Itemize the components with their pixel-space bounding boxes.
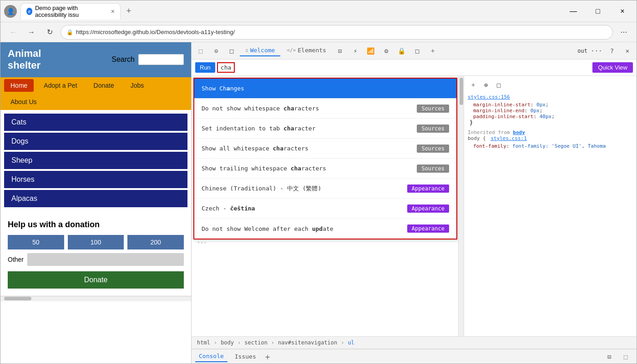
donate-button[interactable]: Donate	[8, 271, 184, 289]
sources-badge: Sources	[417, 125, 449, 133]
console-tab[interactable]: Console	[195, 351, 228, 362]
maximize-button[interactable]: □	[587, 4, 608, 19]
issues-tab[interactable]: Issues	[231, 351, 260, 362]
sidebar-item-horses[interactable]: Horses	[4, 171, 187, 188]
dropdown-item-text: Set indentation to tab character	[202, 125, 411, 132]
out-label: out	[577, 48, 587, 54]
nav-item-jobs[interactable]: Jobs	[124, 79, 151, 92]
sidebar-item-sheep[interactable]: Sheep	[4, 152, 187, 169]
add-tool[interactable]: ＋	[425, 44, 440, 58]
sources-badge: Sources	[417, 105, 449, 113]
lighthouse-tool[interactable]: □	[410, 44, 425, 58]
dock-button[interactable]: ⊡	[602, 349, 617, 364]
donation-200-button[interactable]: 200	[127, 235, 184, 249]
add-style-rule-button[interactable]: ＋	[468, 80, 479, 90]
sidebar-item-dogs[interactable]: Dogs	[4, 133, 187, 150]
breadcrumb-section[interactable]: section	[243, 339, 269, 347]
appearance-badge: Appearance	[407, 224, 449, 233]
dropdown-item-no-whitespace[interactable]: Do not show whitespace characters Source…	[194, 99, 456, 119]
styles-link[interactable]: styles.css:156	[468, 94, 510, 100]
memory-tool[interactable]: 📶	[364, 44, 378, 58]
breadcrumb-sep4: ›	[341, 339, 344, 346]
dropdown-item-czech[interactable]: Czech - čeština Appearance	[194, 199, 456, 219]
refresh-button[interactable]: ↻	[42, 25, 57, 40]
devtools-help-button[interactable]: ?	[605, 44, 619, 58]
breadcrumb-nav[interactable]: nav#sitenavigation	[276, 339, 339, 347]
body-rule: body { styles.css:1	[468, 135, 633, 141]
tab-welcome[interactable]: ⌂ Welcome	[240, 45, 280, 56]
run-button[interactable]: Run	[195, 62, 215, 73]
donation-50-button[interactable]: 50	[8, 235, 64, 249]
shelter-header: Animalshelter Search	[0, 42, 191, 77]
new-tab-button[interactable]: +	[122, 5, 135, 18]
computed-tab-button[interactable]: □	[493, 80, 504, 90]
user-avatar[interactable]: 👤	[4, 5, 17, 18]
prop-name: margin-inline-end	[473, 108, 525, 114]
dropdown-item-trailing-whitespace[interactable]: Show trailing whitespace characters Sour…	[194, 159, 456, 179]
security-tool[interactable]: 🔒	[394, 44, 409, 58]
breadcrumb-sep1: ›	[214, 339, 217, 346]
search-input-cha[interactable]: cha	[217, 62, 235, 73]
donation-amounts: 50 100 200	[8, 235, 184, 249]
application-tool[interactable]: ⚙	[379, 44, 394, 58]
donation-100-button[interactable]: 100	[68, 235, 124, 249]
dropdown-item-no-welcome[interactable]: Do not show Welcome after each update Ap…	[194, 219, 456, 239]
font-family-prop: font-family: font-family: 'Segoe UI', Ta…	[468, 143, 633, 149]
close-window-button[interactable]: ×	[612, 4, 633, 19]
nav-item-donate[interactable]: Donate	[87, 79, 121, 92]
website-pane: Animalshelter Search Home Adopt a Pet Do…	[0, 42, 192, 364]
browser-more-button[interactable]: ···	[617, 25, 631, 40]
back-button[interactable]: ←	[6, 25, 20, 40]
dropdown-item-text: Chinese (Traditional) - 中文 (繁體)	[202, 184, 402, 193]
breadcrumb-ul[interactable]: ul	[346, 339, 356, 347]
sidebar-item-cats[interactable]: Cats	[4, 114, 187, 131]
tab-elements-label: Elements	[298, 47, 326, 54]
website-horizontal-scrollbar[interactable]	[0, 296, 191, 301]
other-label: Other	[8, 256, 24, 263]
performance-tool[interactable]: ⚡	[348, 44, 363, 58]
nav-item-about[interactable]: About Us	[4, 95, 43, 108]
donation-section: Help us with a donation 50 100 200 Other…	[0, 213, 191, 296]
tab-close-button[interactable]: ×	[111, 8, 115, 15]
other-amount-input[interactable]	[27, 253, 184, 266]
dropdown-item-all-whitespace[interactable]: Show all whitespace characters Sources	[194, 139, 456, 159]
inherited-element-link[interactable]: body	[513, 130, 525, 135]
quick-view-button[interactable]: Quick View	[592, 62, 633, 73]
nav-item-home[interactable]: Home	[4, 79, 34, 92]
search-input[interactable]	[138, 54, 184, 65]
dropdown-item-chinese-traditional[interactable]: Chinese (Traditional) - 中文 (繁體) Appearan…	[194, 179, 456, 199]
devtools-vertical-scrollbar[interactable]	[458, 76, 464, 336]
dropdown-item-text: Do not show whitespace characters	[202, 105, 411, 112]
dropdown-item-text: Show Changes	[202, 85, 449, 92]
prop-value: 0px	[531, 108, 540, 114]
forward-button[interactable]: →	[24, 25, 39, 40]
dropdown-item-show-changes[interactable]: Show Changes	[194, 79, 456, 99]
breadcrumb-body[interactable]: body	[219, 339, 236, 347]
dropdown-item-tab-indent[interactable]: Set indentation to tab character Sources	[194, 119, 456, 139]
console-right-tools: ⊡ ⬚	[602, 349, 633, 364]
devtools-more-button[interactable]: ···	[589, 44, 604, 58]
shelter-search: Search	[111, 54, 184, 65]
new-style-rule-button[interactable]: ⊕	[480, 80, 491, 90]
prop-value: 0px	[536, 102, 546, 108]
tab-elements[interactable]: </> Elements	[281, 45, 332, 56]
body-styles-section: body { styles.css:1 font-family: font-fa…	[468, 135, 633, 149]
device-emulation-tool[interactable]: ⊙	[209, 44, 223, 58]
add-panel-button[interactable]: ＋	[263, 351, 272, 362]
inspect-element-tool[interactable]: ⬚	[193, 44, 208, 58]
active-tab[interactable]: e Demo page with accessibility issu ×	[20, 3, 121, 20]
styles-rule: styles.css:156	[468, 94, 633, 100]
nav-item-adopt[interactable]: Adopt a Pet	[37, 79, 83, 92]
welcome-icon: ⌂	[245, 47, 248, 53]
split-tool[interactable]: □	[224, 44, 239, 58]
address-input[interactable]: 🔒 https://microsoftedge.github.io/Demos/…	[61, 25, 613, 40]
breadcrumb-html[interactable]: html	[195, 339, 212, 347]
sidebar-item-alpacas[interactable]: Alpacas	[4, 190, 187, 207]
command-dropdown-menu[interactable]: Show Changes Do not show whitespace char…	[193, 78, 457, 239]
devtools-close-button[interactable]: ×	[620, 44, 635, 58]
styles-link2[interactable]: styles.css:1	[490, 135, 526, 141]
minimize-button[interactable]: —	[563, 4, 584, 19]
network-tool[interactable]: ⊡	[333, 44, 347, 58]
tab-welcome-label: Welcome	[250, 47, 275, 54]
console-settings-button[interactable]: ⬚	[618, 349, 633, 364]
